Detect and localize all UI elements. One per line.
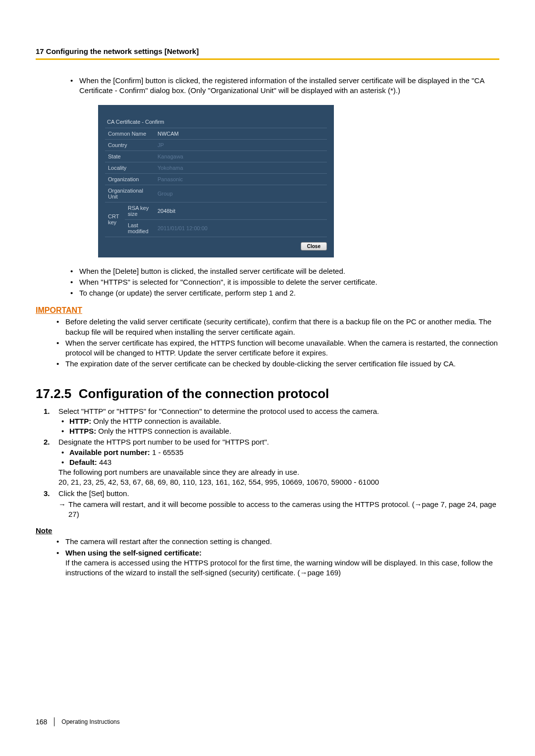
rest-http: Only the HTTP connection is available.: [91, 417, 221, 425]
steps-list: Select "HTTP" or "HTTPS" for "Connection…: [44, 406, 499, 520]
intro-bullet: When the [Confirm] button is clicked, th…: [67, 76, 499, 96]
important-bullets: Before deleting the valid server certifi…: [54, 317, 499, 369]
label-country: Country: [105, 139, 155, 151]
label-organization: Organization: [105, 173, 155, 185]
value-common-name: NWCAM: [155, 128, 327, 140]
label-org-unit: Organizational Unit: [105, 185, 155, 202]
ca-certificate-confirm-dialog: CA Certificate - Confirm Common Name NWC…: [98, 105, 334, 257]
row-last-modified: Last modified 2011/01/01 12:00:00: [105, 219, 327, 237]
bold-port: Available port number:: [69, 448, 150, 456]
note-bullets: The camera will restart after the connec…: [54, 537, 499, 578]
value-country: JP: [155, 139, 327, 151]
document-page: 17 Configuring the network settings [Net…: [0, 0, 535, 756]
step-2-sub-default: Default: 443: [58, 457, 499, 467]
note-heading: Note: [36, 526, 499, 535]
step-3-arrow: The camera will restart, and it will bec…: [58, 500, 499, 520]
step-2-text: Designate the HTTPS port number to be us…: [58, 438, 269, 446]
important-heading: IMPORTANT: [36, 306, 499, 315]
value-rsa-key-size: 2048bit: [155, 202, 327, 219]
label-locality: Locality: [105, 162, 155, 173]
step-2-after1: The following port numbers are unavailab…: [58, 467, 499, 477]
value-org-unit: Group: [155, 185, 327, 202]
step-2-sub: Available port number: 1 - 65535 Default…: [58, 448, 499, 468]
row-org-unit: Organizational Unit Group: [105, 185, 327, 202]
bullet-change-update: To change (or update) the server certifi…: [67, 288, 499, 298]
row-locality: Locality Yokohama: [105, 162, 327, 173]
note-bullet-2-bold: When using the self-signed certificate:: [65, 549, 202, 557]
bold-default: Default:: [69, 458, 97, 466]
value-state: Kanagawa: [155, 151, 327, 162]
dialog-table: Common Name NWCAM Country JP State Kanag…: [105, 128, 327, 237]
bold-http: HTTP:: [69, 417, 91, 425]
bold-https: HTTPS:: [69, 427, 96, 435]
value-organization: Panasonic: [155, 173, 327, 185]
rest-https: Only the HTTPS connection is available.: [96, 427, 231, 435]
bullet-https-selected: When "HTTPS" is selected for "Connection…: [67, 277, 499, 287]
label-common-name: Common Name: [105, 128, 155, 140]
value-locality: Yokohama: [155, 162, 327, 173]
step-1-sub-http: HTTP: Only the HTTP connection is availa…: [58, 416, 499, 426]
header-rule: [36, 58, 499, 60]
step-1-sub: HTTP: Only the HTTP connection is availa…: [58, 416, 499, 437]
step-1: Select "HTTP" or "HTTPS" for "Connection…: [44, 406, 499, 437]
footer-doc-title: Operating Instructions: [61, 718, 119, 725]
section-title: Configuration of the connection protocol: [79, 386, 329, 401]
step-3: Click the [Set] button. The camera will …: [44, 489, 499, 520]
page-header-title: 17 Configuring the network settings [Net…: [36, 47, 499, 55]
important-bullet-2: When the server certificate has expired,…: [54, 338, 499, 358]
after-dialog-bullets: When the [Delete] button is clicked, the…: [67, 266, 499, 299]
step-1-sub-https: HTTPS: Only the HTTPS connection is avai…: [58, 426, 499, 436]
note-bullet-2-rest: If the camera is accessed using the HTTP…: [65, 558, 493, 577]
step-1-text: Select "HTTP" or "HTTPS" for "Connection…: [58, 407, 379, 415]
intro-bullet-list: When the [Confirm] button is clicked, th…: [67, 76, 499, 96]
value-last-modified: 2011/01/01 12:00:00: [155, 219, 327, 237]
row-state: State Kanagawa: [105, 151, 327, 162]
label-crt-key: CRT key: [105, 202, 125, 237]
step-2-after2: 20, 21, 23, 25, 42, 53, 67, 68, 69, 80, …: [58, 477, 499, 487]
note-bullet-2: When using the self-signed certificate: …: [54, 548, 499, 578]
dialog-title: CA Certificate - Confirm: [105, 117, 327, 128]
row-common-name: Common Name NWCAM: [105, 128, 327, 140]
row-organization: Organization Panasonic: [105, 173, 327, 185]
footer-divider: [54, 717, 54, 726]
label-last-modified: Last modified: [125, 219, 155, 237]
label-rsa-key-size: RSA key size: [125, 202, 155, 219]
important-bullet-3: The expiration date of the server certif…: [54, 359, 499, 369]
close-button[interactable]: Close: [301, 242, 327, 251]
bullet-delete: When the [Delete] button is clicked, the…: [67, 266, 499, 276]
row-country: Country JP: [105, 139, 327, 151]
step-2-sub-port: Available port number: 1 - 65535: [58, 448, 499, 457]
step-3-text: Click the [Set] button.: [58, 489, 129, 498]
row-rsa: CRT key RSA key size 2048bit: [105, 202, 327, 219]
important-bullet-1: Before deleting the valid server certifi…: [54, 317, 499, 337]
section-heading: 17.2.5 Configuration of the connection p…: [36, 386, 499, 402]
page-footer: 168 Operating Instructions: [36, 717, 120, 726]
note-bullet-1: The camera will restart after the connec…: [54, 537, 499, 547]
step-2: Designate the HTTPS port number to be us…: [44, 437, 499, 487]
page-number: 168: [36, 718, 47, 726]
rest-port: 1 - 65535: [150, 448, 184, 456]
section-number: 17.2.5: [36, 386, 71, 401]
dialog-button-row: Close: [105, 237, 327, 251]
rest-default: 443: [97, 458, 111, 466]
label-state: State: [105, 151, 155, 162]
